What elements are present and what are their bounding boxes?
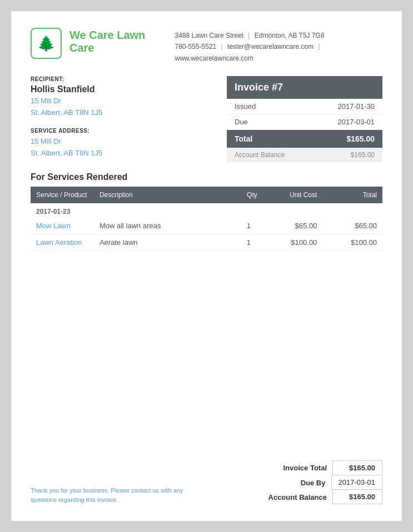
service-total: $100.00 — [322, 234, 382, 251]
col-service: Service / Product — [31, 187, 94, 203]
tree-icon: 🌲 — [37, 36, 55, 51]
footer-invoice-total-value: $165.00 — [332, 460, 382, 475]
header: 🌲 We Care Lawn Care 3488 Lawn Care Stree… — [31, 28, 382, 64]
service-addr1: 15 Mill Dr — [31, 136, 210, 148]
footer-due-by-row: Due By 2017-03-01 — [238, 475, 382, 490]
recipient-section: RECIPIENT: Hollis Stanfield 15 Mill Dr S… — [31, 76, 210, 162]
total-label: Total — [235, 134, 252, 143]
service-unit-cost: $100.00 — [263, 234, 323, 251]
invoice-title: Invoice #7 — [227, 76, 382, 99]
col-total: Total — [322, 187, 382, 203]
recipient-label: RECIPIENT: — [31, 76, 210, 82]
footer-invoice-total-row: Invoice Total $165.00 — [238, 460, 382, 475]
service-desc: Mow all lawn areas — [94, 218, 235, 234]
due-date: 2017-03-01 — [338, 118, 375, 126]
company-city: Edmonton, AB T5J 7G8 — [255, 32, 325, 39]
footer-account-balance-value: $165.00 — [332, 490, 382, 504]
company-name: We Care Lawn Care — [69, 29, 164, 54]
col-description: Description — [94, 187, 235, 203]
service-address-label: SERVICE ADDRESS: — [31, 128, 210, 134]
table-row: Lawn AerationAerate lawn1$100.00$100.00 — [31, 234, 382, 251]
table-header-row: Service / Product Description Qty Unit C… — [31, 187, 382, 203]
recipient-addr2: St. Albert, AB T8N 1J5 — [31, 107, 210, 119]
invoice-due-row: Due 2017-03-01 — [227, 114, 382, 130]
service-address: 15 Mill Dr St. Albert, AB T8N 1J5 — [31, 136, 210, 159]
service-desc: Aerate lawn — [94, 234, 235, 251]
company-address: 3488 Lawn Care Street — [175, 32, 243, 39]
due-label: Due — [235, 118, 248, 126]
services-heading: For Services Rendered — [31, 172, 382, 182]
separator2: | — [221, 43, 223, 51]
company-phone: 780-555-5521 — [175, 43, 217, 51]
services-section: For Services Rendered Service / Product … — [31, 172, 382, 251]
invoice-summary: Invoice #7 Issued 2017-01-30 Due 2017-03… — [227, 76, 382, 162]
balance-value: $165.00 — [351, 151, 375, 159]
invoice-balance-row: Account Balance $165.00 — [227, 148, 382, 162]
body-section: RECIPIENT: Hollis Stanfield 15 Mill Dr S… — [31, 76, 382, 162]
issued-date: 2017-01-30 — [338, 102, 375, 111]
logo-box: 🌲 — [31, 28, 62, 59]
footer-account-balance-row: Account Balance $165.00 — [238, 490, 382, 504]
footer-account-balance-label: Account Balance — [238, 493, 332, 501]
col-qty: Qty — [235, 187, 263, 203]
service-address-block: SERVICE ADDRESS: 15 Mill Dr St. Albert, … — [31, 128, 210, 159]
company-email: tester@wecarelawncare.com — [227, 43, 314, 51]
footer: Thank you for your business. Please cont… — [31, 460, 382, 504]
footer-due-by-label: Due By — [238, 479, 331, 487]
table-row: Mow LawnMow all lawn areas1$65.00$65.00 — [31, 218, 382, 234]
issued-label: Issued — [235, 102, 256, 111]
total-value: $165.00 — [346, 134, 375, 143]
service-total: $65.00 — [322, 218, 382, 234]
services-table: Service / Product Description Qty Unit C… — [31, 187, 382, 251]
recipient-address: 15 Mill Dr St. Albert, AB T8N 1J5 — [31, 96, 210, 119]
service-qty: 1 — [235, 218, 263, 234]
date-group-row: 2017-01-23 — [31, 203, 382, 218]
recipient-name: Hollis Stanfield — [31, 84, 210, 94]
service-qty: 1 — [235, 234, 263, 251]
footer-due-by-value: 2017-03-01 — [331, 475, 383, 490]
recipient-addr1: 15 Mill Dr — [31, 96, 210, 107]
invoice-issued-row: Issued 2017-01-30 — [227, 99, 382, 114]
separator1: | — [248, 32, 250, 39]
footer-totals: Invoice Total $165.00 Due By 2017-03-01 … — [238, 460, 382, 504]
header-contact: 3488 Lawn Care Street | Edmonton, AB T5J… — [175, 28, 382, 64]
service-name: Mow Lawn — [31, 218, 94, 234]
service-name: Lawn Aeration — [31, 234, 94, 251]
footer-invoice-total-label: Invoice Total — [238, 464, 332, 472]
company-website: www.wecarelawncare.com — [175, 54, 253, 62]
col-unit-cost: Unit Cost — [263, 187, 323, 203]
invoice-page: 🌲 We Care Lawn Care 3488 Lawn Care Stree… — [11, 11, 402, 521]
invoice-total-row: Total $165.00 — [227, 130, 382, 148]
balance-label: Account Balance — [235, 151, 285, 159]
service-unit-cost: $65.00 — [263, 218, 323, 234]
footer-note: Thank you for your business. Please cont… — [31, 486, 197, 504]
separator3: | — [318, 43, 320, 51]
service-addr2: St. Albert, AB T8N 1J5 — [31, 148, 210, 159]
